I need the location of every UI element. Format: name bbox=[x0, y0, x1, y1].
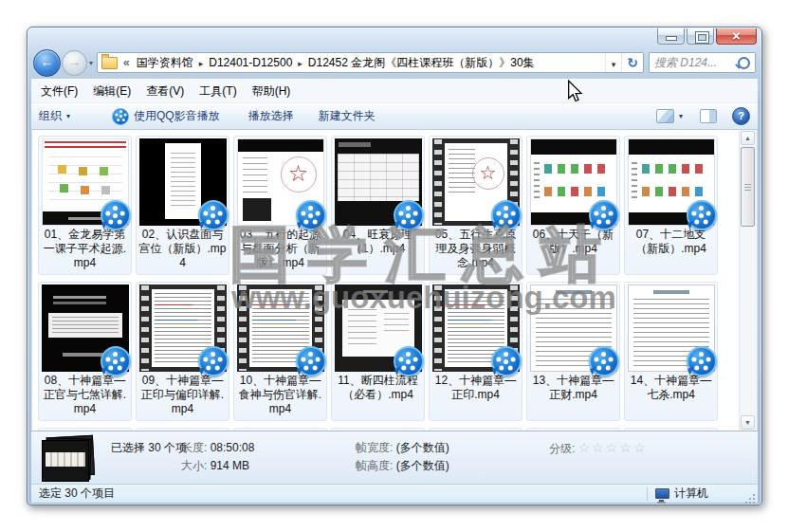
maximize-button[interactable] bbox=[687, 28, 714, 45]
chevron-down-icon bbox=[66, 112, 70, 120]
minimize-button[interactable] bbox=[657, 28, 685, 45]
file-tile[interactable]: 09、十神篇章—正印与偏印详解.mp4 bbox=[136, 282, 229, 421]
file-name: 06、十天干（新版）.mp4 bbox=[527, 228, 619, 271]
qq-player-badge-icon bbox=[198, 200, 229, 230]
file-name: 05、五行生克原理及身强身弱概念.mp4 bbox=[430, 228, 522, 271]
video-thumbnail bbox=[628, 138, 715, 226]
forward-button[interactable]: → bbox=[62, 50, 87, 76]
thumbnail-art bbox=[556, 290, 592, 294]
scrollbar-thumb[interactable] bbox=[741, 147, 755, 227]
menu-item[interactable]: 工具(T) bbox=[199, 83, 236, 100]
status-selected-count: 选定 30 个项目 bbox=[31, 486, 647, 502]
location-label: 计算机 bbox=[674, 486, 708, 502]
help-icon[interactable] bbox=[732, 107, 750, 125]
scroll-up-icon[interactable] bbox=[741, 131, 755, 145]
file-tile[interactable]: 01、金龙易学第一课子平术起源.mp4 bbox=[38, 136, 132, 275]
organize-button[interactable]: 组织 bbox=[39, 108, 70, 124]
details-length-size: 长度: 08:50:08 大小: 914 MB bbox=[181, 439, 254, 475]
refresh-icon[interactable] bbox=[621, 53, 643, 72]
menu-item[interactable]: 文件(F) bbox=[41, 83, 78, 100]
thumbnail-art bbox=[544, 164, 552, 174]
rating-label: 分级: bbox=[549, 442, 575, 455]
thumbnail-art bbox=[449, 149, 475, 196]
thumbnail-art bbox=[339, 142, 371, 147]
file-tile[interactable]: 04、旺衰原理（1）.mp4 bbox=[331, 136, 425, 275]
file-tile[interactable]: 03、五行的起源与盘面分析（新版）.mp4 bbox=[233, 136, 327, 275]
file-tile[interactable]: 07、十二地支（新版）.mp4 bbox=[624, 136, 718, 275]
thumbnail-art bbox=[384, 313, 409, 334]
search-box[interactable]: 搜索 D124... bbox=[649, 52, 756, 73]
file-tile[interactable]: 11、断四柱流程（必看）.mp4 bbox=[331, 282, 425, 421]
thumbnail-art bbox=[239, 285, 247, 371]
qq-play-button[interactable]: 使用QQ影音播放 bbox=[112, 108, 220, 125]
video-thumbnail bbox=[139, 284, 227, 372]
file-tile[interactable]: 08、十神篇章—正官与七煞详解.mp4 bbox=[38, 282, 132, 421]
file-tile[interactable]: 10、十神篇章—食神与伤官详解.mp4 bbox=[233, 282, 327, 421]
frame-width-label: 帧宽度: bbox=[356, 441, 393, 454]
size-label: 大小: bbox=[181, 459, 207, 472]
video-thumbnail bbox=[42, 138, 129, 226]
view-dropdown-icon[interactable] bbox=[679, 112, 683, 120]
back-button[interactable]: ← bbox=[33, 49, 61, 77]
menu-item[interactable]: 帮助(H) bbox=[252, 83, 291, 100]
qq-player-badge-icon bbox=[101, 200, 131, 230]
file-tile[interactable]: 13、十神篇章—正财.mp4 bbox=[526, 282, 620, 421]
file-name: 09、十神篇章—正印与偏印详解.mp4 bbox=[137, 374, 229, 417]
recent-pages-dropdown-icon[interactable]: ▾ bbox=[89, 59, 93, 67]
qq-player-badge-icon bbox=[589, 346, 619, 376]
desktop: ← → ▾ 国学资料馆▸D12401-D12500▸D12452 金龙阁《四柱课… bbox=[0, 0, 788, 532]
menu-item[interactable]: 编辑(E) bbox=[93, 83, 131, 100]
breadcrumb-item[interactable]: D12401-D12500 bbox=[207, 55, 294, 70]
thumbnail-art bbox=[243, 198, 271, 221]
thumbnail-art bbox=[472, 157, 504, 190]
thumbnail-art bbox=[348, 309, 376, 345]
thumbnail-art bbox=[58, 165, 66, 174]
thumbnail-art bbox=[531, 139, 616, 155]
thumbnail-art bbox=[363, 290, 388, 293]
thumbnail-art bbox=[141, 285, 149, 371]
new-folder-button[interactable]: 新建文件夹 bbox=[319, 108, 376, 124]
scroll-down-icon[interactable] bbox=[741, 415, 755, 430]
breadcrumb-separator-icon: ▸ bbox=[294, 59, 306, 68]
qq-play-label: 使用QQ影音播放 bbox=[134, 108, 220, 124]
thumbnail-art bbox=[155, 320, 198, 321]
thumbnail-art bbox=[252, 320, 296, 321]
video-thumbnail bbox=[335, 284, 422, 372]
file-name: 03、五行的起源与盘面分析（新版）.mp4 bbox=[234, 228, 326, 271]
vertical-scrollbar[interactable] bbox=[739, 130, 757, 431]
file-name: 12、十神篇章—正印.mp4 bbox=[430, 374, 522, 417]
thumbnail-art bbox=[155, 304, 192, 305]
file-name: 13、十神篇章—正财.mp4 bbox=[527, 374, 619, 417]
file-tile[interactable]: 14、十神篇章—七杀.mp4 bbox=[624, 282, 718, 421]
play-select-label: 播放选择 bbox=[248, 108, 294, 124]
thumbnail-art bbox=[63, 353, 104, 357]
breadcrumb-item[interactable]: D12452 金龙阁《四柱课程班（新版）》30集 bbox=[306, 55, 537, 70]
breadcrumb-overflow-chevron[interactable] bbox=[123, 56, 130, 69]
resize-grip[interactable] bbox=[744, 489, 756, 501]
explorer-window: ← → ▾ 国学资料馆▸D12401-D12500▸D12452 金龙阁《四柱课… bbox=[27, 27, 762, 505]
file-tile[interactable]: 12、十神篇章—正印.mp4 bbox=[429, 282, 522, 421]
file-tile[interactable]: 02、认识盘面与宫位（新版）.mp4 bbox=[136, 136, 229, 275]
thumbnail-art bbox=[243, 157, 267, 193]
play-select-button[interactable]: 播放选择 bbox=[248, 108, 294, 124]
preview-pane-icon[interactable] bbox=[700, 109, 717, 123]
thumbnail-art bbox=[534, 162, 540, 202]
file-tile[interactable]: 05、五行生克原理及身强身弱概念.mp4 bbox=[429, 136, 522, 275]
address-bar[interactable]: 国学资料馆▸D12401-D12500▸D12452 金龙阁《四柱课程班（新版）… bbox=[97, 52, 644, 73]
thumbnail-art bbox=[45, 141, 126, 151]
file-tile[interactable]: 06、十天干（新版）.mp4 bbox=[526, 136, 620, 275]
close-button[interactable] bbox=[716, 28, 757, 45]
navigation-bar: ← → ▾ 国学资料馆▸D12401-D12500▸D12452 金龙阁《四柱课… bbox=[31, 48, 758, 79]
file-list-area: 01、金龙易学第一课子平术起源.mp402、认识盘面与宫位（新版）.mp403、… bbox=[31, 130, 758, 431]
change-view-icon[interactable] bbox=[656, 109, 674, 123]
breadcrumb: 国学资料馆▸D12401-D12500▸D12452 金龙阁《四柱课程班（新版）… bbox=[135, 55, 605, 71]
search-placeholder: 搜索 D124... bbox=[654, 55, 738, 71]
details-pane: 已选择 30 个项 长度: 08:50:08 大小: 914 MB 帧宽度: (… bbox=[31, 431, 758, 484]
breadcrumb-item[interactable]: 国学资料馆 bbox=[135, 55, 195, 70]
search-icon[interactable] bbox=[738, 57, 750, 69]
thumbnail-art bbox=[281, 156, 317, 193]
menu-item[interactable]: 查看(V) bbox=[146, 83, 184, 100]
address-dropdown-icon[interactable] bbox=[605, 53, 621, 72]
video-thumbnail bbox=[530, 284, 617, 372]
rating-stars[interactable]: ☆☆☆☆☆ bbox=[578, 440, 648, 455]
